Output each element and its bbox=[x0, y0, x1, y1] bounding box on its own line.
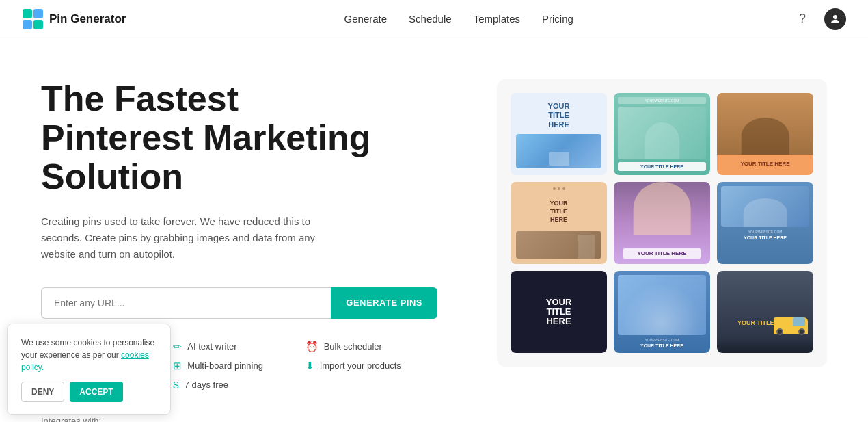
bulk-scheduler-icon: ⏰ bbox=[306, 341, 318, 353]
ai-writer-icon: ✏ bbox=[173, 341, 182, 353]
pin-8-title: YOUR TITLE HERE bbox=[618, 343, 706, 349]
multi-board-icon: ⊞ bbox=[173, 360, 182, 372]
cookie-buttons: DENY ACCEPT bbox=[21, 382, 157, 402]
hero-title: The Fastest Pinterest Marketing Solution bbox=[41, 79, 437, 197]
pin-grid-section: YOURTITLEHERE YOURWEBSITE.COM YOUR TITLE… bbox=[497, 79, 827, 367]
cookie-text: We use some cookies to personalise your … bbox=[21, 337, 157, 373]
pin-1-image bbox=[516, 134, 601, 168]
pin-6-image bbox=[721, 186, 809, 227]
pin-card-6: YOURWEBSITE.COM YOUR TITLE HERE bbox=[717, 182, 813, 264]
pin-2-image bbox=[618, 107, 706, 159]
pin-card-5: YOUR TITLE HERE bbox=[614, 182, 710, 264]
help-button[interactable]: ? bbox=[791, 8, 813, 30]
cookie-banner: We use some cookies to personalise your … bbox=[7, 324, 171, 415]
pin-7-title: YOURTITLEHERE bbox=[546, 276, 572, 347]
feature-ai-writer: ✏ AI text writer bbox=[173, 341, 305, 353]
pin-9-title: YOUR TITLE HERE bbox=[737, 320, 793, 327]
feature-multi-board: ⊞ Multi-board pinning bbox=[173, 360, 305, 372]
pin-4-title: YOURTITLEHERE bbox=[516, 193, 601, 231]
integrations-label: Integrates with: bbox=[41, 416, 437, 422]
cookie-deny-button[interactable]: DENY bbox=[21, 382, 64, 402]
pin-1-title: YOURTITLEHERE bbox=[548, 100, 570, 131]
feature-bulk-scheduler: ⏰ Bulk scheduler bbox=[306, 341, 437, 353]
pin-3-bg bbox=[717, 93, 813, 155]
pin-8-url: YOURWEBSITE.COM bbox=[618, 338, 706, 342]
pin-3-title: YOUR TITLE HERE bbox=[722, 158, 808, 170]
svg-rect-1 bbox=[33, 9, 43, 18]
pin-card-8: YOURWEBSITE.COM YOUR TITLE HERE bbox=[614, 271, 710, 353]
svg-point-4 bbox=[833, 15, 837, 19]
nav-templates[interactable]: Templates bbox=[474, 13, 520, 25]
pin-card-1: YOURTITLEHERE bbox=[511, 93, 607, 175]
nav-pricing[interactable]: Pricing bbox=[542, 13, 573, 25]
pin-6-title: YOUR TITLE HERE bbox=[721, 235, 809, 241]
logo-icon bbox=[22, 8, 44, 30]
navbar: Pin Generator Generate Schedule Template… bbox=[0, 0, 868, 38]
url-form: GENERATE PINS bbox=[41, 287, 437, 319]
nav-generate[interactable]: Generate bbox=[344, 13, 388, 25]
pin-5-arch bbox=[633, 182, 691, 235]
generate-button[interactable]: GENERATE PINS bbox=[331, 287, 437, 319]
pin-4-dots bbox=[516, 187, 601, 190]
dollar-icon: $ bbox=[173, 379, 178, 391]
account-icon bbox=[829, 13, 841, 25]
url-input[interactable] bbox=[41, 287, 331, 319]
cookie-accept-button[interactable]: ACCEPT bbox=[70, 382, 122, 402]
pin-8-image bbox=[618, 275, 706, 335]
nav-icon-group: ? bbox=[791, 8, 846, 30]
logo-text: Pin Generator bbox=[49, 12, 126, 26]
pin-4-image bbox=[516, 231, 601, 259]
pin-card-9: YOUR TITLE HERE bbox=[717, 271, 813, 353]
feature-free-trial: $ 7 days free bbox=[173, 379, 305, 391]
hero-description: Creating pins used to take forever. We h… bbox=[41, 213, 328, 263]
pin-5-title: YOUR TITLE HERE bbox=[623, 248, 701, 259]
pin-grid: YOURTITLEHERE YOURWEBSITE.COM YOUR TITLE… bbox=[497, 79, 827, 367]
svg-rect-2 bbox=[23, 20, 32, 29]
import-icon: ⬇ bbox=[306, 360, 314, 372]
pin-card-2: YOURWEBSITE.COM YOUR TITLE HERE bbox=[614, 93, 710, 175]
pin-card-4: YOURTITLEHERE bbox=[511, 182, 607, 264]
pin-6-url: YOURWEBSITE.COM bbox=[721, 230, 809, 234]
pin-2-url: YOURWEBSITE.COM bbox=[618, 97, 706, 104]
svg-rect-0 bbox=[23, 9, 32, 18]
nav-schedule[interactable]: Schedule bbox=[409, 13, 452, 25]
pin-card-3: YOUR TITLE HERE bbox=[717, 93, 813, 175]
feature-import: ⬇ Import your products bbox=[306, 360, 437, 372]
account-button[interactable] bbox=[824, 8, 846, 30]
nav-links: Generate Schedule Templates Pricing bbox=[344, 13, 573, 25]
pin-card-7: YOURTITLEHERE bbox=[511, 271, 607, 353]
svg-rect-3 bbox=[33, 20, 43, 29]
pin-2-title: YOUR TITLE HERE bbox=[618, 162, 706, 171]
logo[interactable]: Pin Generator bbox=[22, 8, 126, 30]
